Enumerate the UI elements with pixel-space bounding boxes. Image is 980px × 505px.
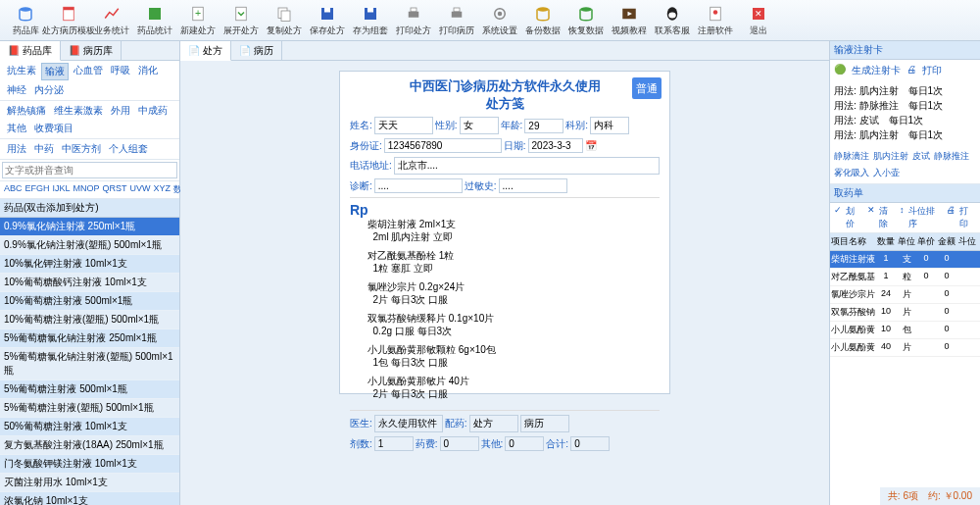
- category-link[interactable]: 外用: [108, 103, 133, 119]
- category-link[interactable]: 中药: [31, 141, 57, 157]
- toolbar-backup-button[interactable]: 备份数据: [521, 2, 564, 38]
- rx-drug-item[interactable]: 双氯芬酸钠缓释片 0.1g×10片 0.2g 口服 每日3次: [368, 312, 660, 337]
- toolbar-open-button[interactable]: 展开处方: [220, 2, 263, 38]
- table-col-header[interactable]: 数量: [875, 233, 897, 250]
- alpha-filter[interactable]: UVW: [130, 183, 151, 196]
- table-row[interactable]: 双氯芬酸钠…10片0: [830, 304, 980, 322]
- category-link[interactable]: 维生素激素: [51, 103, 106, 119]
- category-link[interactable]: 中成药: [135, 103, 171, 119]
- table-row[interactable]: 对乙酰氨基…1粒00: [830, 269, 980, 286]
- disp-field[interactable]: 处方: [469, 415, 518, 432]
- injection-type-link[interactable]: 肌内注射: [873, 150, 908, 163]
- toolbar-save-button[interactable]: 保存处方: [306, 2, 349, 38]
- date-field[interactable]: 2023-3-3: [528, 138, 583, 153]
- drug-list[interactable]: 0.9%氯化钠注射液 250ml×1瓶0.9%氯化钠注射液(塑瓶) 500ml×…: [0, 218, 179, 505]
- rx-type-badge[interactable]: 普通: [632, 77, 662, 99]
- idno-field[interactable]: 1234567890: [384, 138, 502, 153]
- drug-item[interactable]: 门冬氨酸钾镁注射液 10ml×1支: [0, 455, 179, 474]
- drug-item[interactable]: 复方氨基酸注射液(18AA) 250ml×1瓶: [0, 436, 179, 455]
- drug-item[interactable]: 10%葡萄糖注射液(塑瓶) 500ml×1瓶: [0, 311, 179, 329]
- toolbar-db-button[interactable]: 药品库: [4, 2, 47, 38]
- toolbar-doc-button[interactable]: 处方病历模板: [47, 2, 90, 38]
- table-col-header[interactable]: 单位: [897, 233, 916, 250]
- calendar-icon[interactable]: 📅: [585, 140, 597, 151]
- alpha-filter[interactable]: IJKL: [53, 183, 71, 196]
- category-link[interactable]: 神经: [4, 82, 29, 98]
- toolbar-copy-button[interactable]: 复制处方: [263, 2, 306, 38]
- category-link[interactable]: 用法: [4, 141, 29, 157]
- dept-field[interactable]: 内科: [590, 117, 629, 134]
- table-row[interactable]: 氯唑沙宗片24片0: [830, 286, 980, 304]
- print-card-link[interactable]: 打印: [922, 64, 942, 77]
- disp-action[interactable]: 斗位排序: [908, 205, 943, 230]
- fee-field[interactable]: 0: [440, 436, 479, 451]
- injection-type-link[interactable]: 入小壶: [873, 167, 900, 179]
- rx-drug-item[interactable]: 对乙酰氨基酚栓 1粒 1粒 塞肛 立即: [368, 249, 660, 275]
- toolbar-pill-button[interactable]: 药品统计: [133, 2, 176, 38]
- drug-item[interactable]: 0.9%氯化钠注射液(塑瓶) 500ml×1瓶: [0, 236, 179, 255]
- category-link[interactable]: 呼吸: [108, 63, 133, 80]
- age-field[interactable]: 29: [524, 119, 564, 133]
- center-tab[interactable]: 📄处方: [180, 41, 231, 61]
- center-tab[interactable]: 📄病历: [231, 41, 282, 60]
- injection-type-link[interactable]: 雾化吸入: [834, 167, 869, 179]
- drug-search-input[interactable]: [2, 162, 177, 178]
- drug-item[interactable]: 0.9%氯化钠注射液 250ml×1瓶: [0, 218, 179, 236]
- rx-drug-item[interactable]: 柴胡注射液 2ml×1支 2ml 肌内注射 立即: [368, 218, 660, 243]
- oth-field[interactable]: 0: [505, 436, 544, 451]
- name-field[interactable]: 天天: [374, 117, 433, 134]
- toolbar-saveg-button[interactable]: 存为组套: [349, 2, 392, 38]
- left-tab[interactable]: 📕药品库: [0, 41, 61, 61]
- toolbar-exit-button[interactable]: ✕ 退出: [737, 2, 780, 38]
- toolbar-stat-button[interactable]: 业务统计: [90, 2, 133, 38]
- drug-item[interactable]: 5%葡萄糖氯化钠注射液 250ml×1瓶: [0, 329, 179, 348]
- drug-item[interactable]: 5%葡萄糖氯化钠注射液(塑瓶) 500ml×1瓶: [0, 348, 179, 380]
- alpha-filter[interactable]: EFGH: [25, 183, 50, 196]
- table-col-header[interactable]: 斗位: [957, 233, 977, 250]
- category-link[interactable]: 消化: [135, 63, 161, 80]
- toolbar-reg-button[interactable]: 注册软件: [694, 2, 737, 38]
- category-link[interactable]: 心血管: [71, 63, 106, 80]
- drug-item[interactable]: 10%葡萄糖酸钙注射液 10ml×1支: [0, 274, 179, 292]
- category-link[interactable]: 输液: [41, 63, 69, 80]
- injection-type-link[interactable]: 静脉推注: [934, 150, 969, 163]
- alpha-filter[interactable]: ABC: [4, 183, 23, 196]
- category-link[interactable]: 抗生素: [4, 63, 39, 80]
- sex-field[interactable]: 女: [460, 117, 499, 134]
- injection-type-link[interactable]: 静脉滴注: [834, 150, 869, 163]
- table-row[interactable]: 小儿氨酚黄…40片0: [830, 339, 980, 357]
- gen-card-link[interactable]: 生成注射卡: [852, 64, 901, 77]
- table-col-header[interactable]: 单价: [916, 233, 936, 250]
- drug-item[interactable]: 5%葡萄糖注射液 500ml×1瓶: [0, 380, 179, 399]
- rx-drug-item[interactable]: 小儿氨酚黄那敏片 40片 2片 每日3次 口服: [368, 375, 660, 400]
- injection-type-link[interactable]: 皮试: [912, 150, 930, 163]
- rx-drug-item[interactable]: 小儿氨酚黄那敏颗粒 6g×10包 1包 每日3次 口服: [368, 343, 660, 369]
- disp-action[interactable]: 划价: [846, 205, 863, 230]
- toolbar-new-button[interactable]: + 新建处方: [176, 2, 220, 38]
- alpha-filter[interactable]: MNOP: [74, 183, 100, 196]
- category-link[interactable]: 中医方剂: [59, 141, 104, 157]
- rx-drug-item[interactable]: 氯唑沙宗片 0.2g×24片 2片 每日3次 口服: [368, 280, 660, 306]
- table-col-header[interactable]: 金额: [936, 233, 957, 250]
- doctor-field[interactable]: 永久使用软件: [374, 415, 443, 432]
- drug-item[interactable]: 5%葡萄糖注射液(塑瓶) 500ml×1瓶: [0, 399, 179, 418]
- category-link[interactable]: 其他: [4, 121, 29, 136]
- tel-field[interactable]: 北京市....: [394, 157, 660, 175]
- alpha-filter[interactable]: XYZ: [154, 183, 172, 196]
- category-link[interactable]: 收费项目: [31, 121, 76, 136]
- tot-field[interactable]: 0: [570, 436, 610, 451]
- table-col-header[interactable]: 项目名称: [830, 233, 875, 250]
- hist-field[interactable]: 病历: [520, 415, 569, 432]
- drug-item[interactable]: 50%葡萄糖注射液 10ml×1支: [0, 418, 179, 436]
- drug-item[interactable]: 10%氯化钾注射液 10ml×1支: [0, 255, 179, 274]
- drug-item[interactable]: 灭菌注射用水 10ml×1支: [0, 474, 179, 492]
- disp-action[interactable]: 打印: [959, 205, 977, 230]
- toolbar-gear-button[interactable]: 系统设置: [478, 2, 521, 38]
- category-link[interactable]: 内分泌: [31, 82, 67, 98]
- alpha-filter[interactable]: QRST: [103, 183, 127, 196]
- drug-item[interactable]: 浓氯化钠 10ml×1支: [0, 492, 179, 505]
- drug-item[interactable]: 10%葡萄糖注射液 500ml×1瓶: [0, 292, 179, 311]
- allergy-field[interactable]: ....: [499, 178, 567, 193]
- category-link[interactable]: 解热镇痛: [4, 103, 49, 119]
- toolbar-restore-button[interactable]: 恢复数据: [564, 2, 608, 38]
